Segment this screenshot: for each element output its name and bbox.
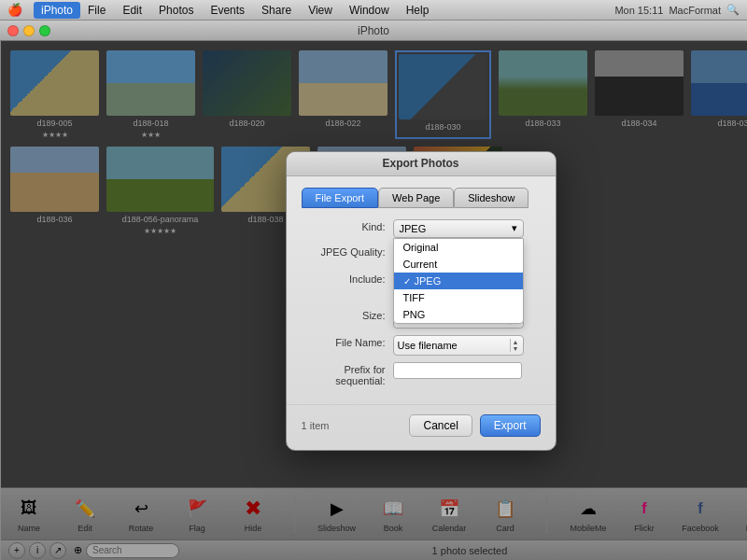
kind-option-png[interactable]: PNG [394, 306, 523, 323]
include-label: Include: [302, 272, 386, 285]
filename-control: Use filename ▲ ▼ [393, 335, 541, 356]
dialog-footer: 1 item Cancel Export [287, 404, 556, 450]
prefix-row: Prefix for sequential: [302, 362, 541, 386]
kind-dropdown-options: Original Current ✓JPEG TIFF PNG [393, 238, 524, 324]
window-controls [7, 25, 50, 36]
menu-item-help[interactable]: Help [399, 2, 437, 19]
menu-item-view[interactable]: View [301, 2, 340, 19]
kind-control: JPEG ▾ Original Current ✓JPEG [393, 219, 541, 238]
menu-items: File Edit Photos Events Share View Windo… [80, 2, 436, 19]
filename-value: Use filename [398, 340, 458, 351]
tab-file-export[interactable]: File Export [302, 188, 379, 208]
kind-selected-value: JPEG [400, 223, 427, 234]
maximize-button[interactable] [39, 25, 50, 36]
stepper-down-icon[interactable]: ▼ [513, 345, 519, 352]
jpeg-quality-label: JPEG Quality: [302, 245, 386, 258]
modal-overlay: Export Photos File Export Web Page Slide… [1, 41, 747, 560]
cancel-button[interactable]: Cancel [409, 414, 472, 437]
prefix-label: Prefix for sequential: [302, 362, 386, 386]
dialog-content: File Export Web Page Slideshow Kind: JPE… [287, 176, 556, 404]
kind-row: Kind: JPEG ▾ Original Current [302, 219, 541, 238]
kind-dropdown[interactable]: JPEG ▾ Original Current ✓JPEG [393, 219, 541, 238]
kind-option-tiff[interactable]: TIFF [394, 289, 523, 306]
menu-item-edit[interactable]: Edit [115, 2, 149, 19]
dialog-title: Export Photos [383, 157, 459, 170]
menu-item-events[interactable]: Events [203, 2, 252, 19]
prefix-control [393, 362, 541, 379]
kind-option-current[interactable]: Current [394, 256, 523, 273]
chevron-down-icon: ▾ [512, 222, 517, 234]
export-button[interactable]: Export [480, 414, 541, 437]
export-dialog: Export Photos File Export Web Page Slide… [286, 151, 557, 451]
dialog-buttons: Cancel Export [409, 414, 540, 437]
menu-item-iphoto[interactable]: iPhoto [34, 2, 80, 19]
item-count: 1 item [302, 420, 330, 431]
minimize-button[interactable] [23, 25, 35, 36]
filename-row: File Name: Use filename ▲ ▼ [302, 335, 541, 356]
kind-option-jpeg[interactable]: ✓JPEG [394, 273, 523, 289]
dialog-title-bar: Export Photos [287, 152, 556, 176]
prefix-input[interactable] [393, 362, 522, 379]
menu-item-file[interactable]: File [80, 2, 113, 19]
title-bar: iPhoto [0, 21, 747, 41]
close-button[interactable] [7, 25, 19, 36]
size-label: Size: [302, 308, 386, 321]
stepper-up-icon[interactable]: ▲ [513, 339, 519, 345]
filename-label: File Name: [302, 335, 386, 348]
menu-bar: 🍎 iPhoto File Edit Photos Events Share V… [0, 0, 747, 21]
filename-stepper: ▲ ▼ [510, 339, 519, 352]
menu-time: Mon 15:11 [614, 5, 663, 16]
dialog-tabs: File Export Web Page Slideshow [302, 188, 541, 208]
app-window: iPhoto LIBRARY 📅 Events (140) 🖼 Photos (… [0, 21, 747, 560]
menu-magazine: MacFormat [669, 5, 721, 16]
menu-item-window[interactable]: Window [342, 2, 397, 19]
menu-item-share[interactable]: Share [254, 2, 299, 19]
search-icon[interactable]: 🔍 [726, 4, 740, 16]
photo-area: d189-005 ★★★★ d188-018 ★★★ d188-020 d188… [1, 41, 747, 560]
apple-logo-icon[interactable]: 🍎 [7, 3, 22, 17]
menu-item-photos[interactable]: Photos [151, 2, 201, 19]
kind-option-original[interactable]: Original [394, 239, 523, 256]
content-area: LIBRARY 📅 Events (140) 🖼 Photos (18,483)… [0, 41, 747, 560]
filename-selector[interactable]: Use filename ▲ ▼ [393, 335, 524, 356]
tab-web-page[interactable]: Web Page [378, 188, 454, 208]
kind-dropdown-btn[interactable]: JPEG ▾ [393, 219, 524, 238]
tab-slideshow[interactable]: Slideshow [454, 188, 529, 208]
menu-right: Mon 15:11 MacFormat 🔍 [614, 4, 740, 16]
window-title: iPhoto [358, 24, 389, 37]
kind-label: Kind: [302, 219, 386, 232]
